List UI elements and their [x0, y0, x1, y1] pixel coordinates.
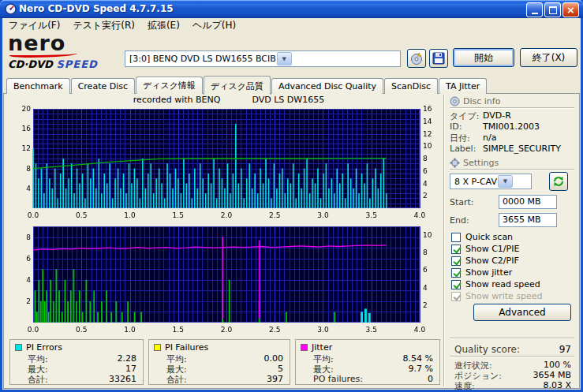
nero-logo-text: nero: [8, 33, 118, 54]
checkbox-quick-scan[interactable]: Quick scan: [451, 232, 513, 242]
checkbox-show-c2-pif[interactable]: Show C2/PIF: [451, 256, 519, 266]
close-icon: ×: [566, 4, 575, 16]
stat-value: 0.00: [264, 353, 284, 364]
checkbox-show-jitter[interactable]: Show jitter: [451, 267, 512, 278]
stat-label: PO failures:: [313, 374, 363, 384]
stat-value: 17: [125, 364, 136, 374]
stat-value: 5: [278, 364, 283, 374]
quality-separator-bottom: [450, 356, 574, 357]
advanced-button-label: Advanced: [499, 307, 545, 318]
nero-cd-dvd-speed-window: { "window": { "title": "Nero CD-DVD Spee…: [0, 0, 583, 392]
start-button-label: 開始: [474, 51, 493, 65]
logo-cddvd-text: CD·DVD: [8, 58, 53, 70]
menu-help[interactable]: ヘルプ(H): [186, 17, 242, 34]
checkbox-icon: [451, 268, 461, 278]
menu-extra[interactable]: 拡張(E): [141, 17, 186, 34]
stat-value: 0: [428, 374, 433, 384]
settings-separator: [450, 169, 574, 170]
chevron-down-icon[interactable]: ▼: [498, 175, 513, 188]
stat-value: 9.7 %: [409, 364, 433, 374]
disc-id-label: ID:: [450, 121, 462, 132]
stat-box-pi-errors: PI Errors 平均: 2.28 最大: 17 合計: 33261: [9, 339, 144, 385]
pi-failures-legend-swatch: [154, 344, 161, 351]
end-field[interactable]: 3655 MB: [499, 213, 557, 227]
pi-errors-legend-swatch: [15, 344, 22, 351]
tab-disc-quality[interactable]: ディスク品質: [204, 76, 271, 95]
tab-scandisc[interactable]: ScanDisc: [384, 78, 438, 94]
disc-info-separator: [450, 107, 574, 109]
advanced-button[interactable]: Advanced: [473, 304, 571, 321]
exit-button-label: 終了(X): [533, 51, 566, 65]
quality-score-label: Quality score:: [454, 344, 520, 355]
refresh-button[interactable]: [549, 172, 568, 191]
checkbox-show-c1-pie[interactable]: Show C1/PIE: [451, 244, 519, 254]
refresh-icon: [552, 175, 565, 188]
maximize-icon: [549, 6, 557, 14]
start-field[interactable]: 0000 MB: [499, 195, 557, 209]
disc-info-header-label: Disc info: [463, 96, 500, 106]
checkbox-icon: [451, 292, 461, 301]
tab-strip: Benchmark Create Disc ディスク情報 ディスク品質 Adva…: [6, 77, 488, 94]
start-field-label: Start:: [450, 197, 474, 207]
logo-speed-text: SPEED: [56, 58, 97, 70]
burn-button[interactable]: [407, 49, 426, 68]
save-button[interactable]: [429, 49, 448, 68]
start-button[interactable]: 開始: [453, 48, 514, 67]
maximize-button[interactable]: [544, 2, 561, 17]
settings-icon: [450, 158, 460, 168]
position-value: 3654 MB: [513, 370, 571, 380]
checkbox-icon: [451, 280, 461, 289]
chart-title-left: recorded with BENQ: [133, 95, 221, 105]
pif-jitter-chart: [9, 223, 440, 335]
burn-disc-icon: [410, 52, 424, 65]
disc-label-label: Label:: [450, 144, 476, 154]
end-field-label: End:: [450, 215, 469, 226]
stat-box-jitter: Jitter 平均: 8.54 % 最大: 9.7 % PO failures:…: [295, 339, 440, 385]
pi-errors-chart: [9, 106, 440, 221]
drive-select[interactable]: [3:0] BENQ DVD LS DW1655 BCIB ▼: [125, 50, 401, 67]
disc-icon: [450, 96, 460, 106]
jitter-title: Jitter: [312, 342, 332, 353]
speed-select-value: 8 X P-CAV: [454, 177, 497, 187]
tab-benchmark[interactable]: Benchmark: [6, 78, 70, 94]
checkbox-icon: [451, 256, 461, 266]
speed-select[interactable]: 8 X P-CAV ▼: [450, 174, 532, 189]
tab-create-disc[interactable]: Create Disc: [71, 78, 135, 94]
panel-divider: [443, 95, 445, 386]
checkbox-icon: [451, 245, 461, 254]
exit-button[interactable]: 終了(X): [520, 48, 577, 67]
chart-title: recorded with BENQ DVD LS DW1655: [24, 95, 434, 105]
stat-box-pi-failures: PI Failures 平均: 0.00 最大: 5 合計: 397: [148, 339, 290, 385]
close-button[interactable]: ×: [562, 2, 579, 17]
disc-type-value: DVD-R: [483, 110, 576, 121]
settings-header-label: Settings: [463, 158, 499, 168]
settings-header: Settings: [450, 158, 499, 168]
chevron-down-icon[interactable]: ▼: [277, 52, 292, 65]
window-title: Nero CD-DVD Speed 4.7.7.15: [19, 3, 174, 14]
stat-label: 合計:: [28, 374, 48, 386]
speed-label: 速度:: [454, 380, 475, 392]
checkbox-icon: [451, 233, 461, 242]
disc-date-value: n/a: [483, 133, 576, 143]
title-bar[interactable]: Nero CD-DVD Speed 4.7.7.15 ×: [0, 0, 583, 18]
tab-disc-info[interactable]: ディスク情報: [136, 77, 203, 94]
stat-value: 2.28: [118, 353, 137, 364]
stat-value: 33261: [109, 374, 136, 384]
pi-failures-title: PI Failures: [165, 342, 208, 353]
app-speedometer-icon: [5, 3, 17, 15]
checkbox-show-read-speed[interactable]: Show read speed: [451, 279, 540, 289]
save-floppy-icon: [432, 52, 445, 65]
stat-value: 397: [267, 374, 283, 384]
quality-score-value: 97: [521, 344, 571, 355]
stat-value: 8.54 %: [403, 353, 433, 364]
stat-label: 合計:: [166, 374, 187, 386]
disc-info-header: Disc info: [450, 96, 500, 106]
minimize-button[interactable]: [526, 2, 543, 17]
chart-title-right: DVD LS DW1655: [252, 95, 324, 105]
checkbox-show-write-speed: Show write speed: [451, 291, 543, 301]
quality-separator-top: [450, 338, 574, 339]
disc-id-value: TMI001.2003: [483, 121, 576, 132]
tab-advanced-disc-quality[interactable]: Advanced Disc Quality: [271, 78, 383, 94]
menu-run-test[interactable]: テスト実行(R): [66, 17, 141, 34]
tab-ta-jitter[interactable]: TA Jitter: [439, 78, 487, 94]
